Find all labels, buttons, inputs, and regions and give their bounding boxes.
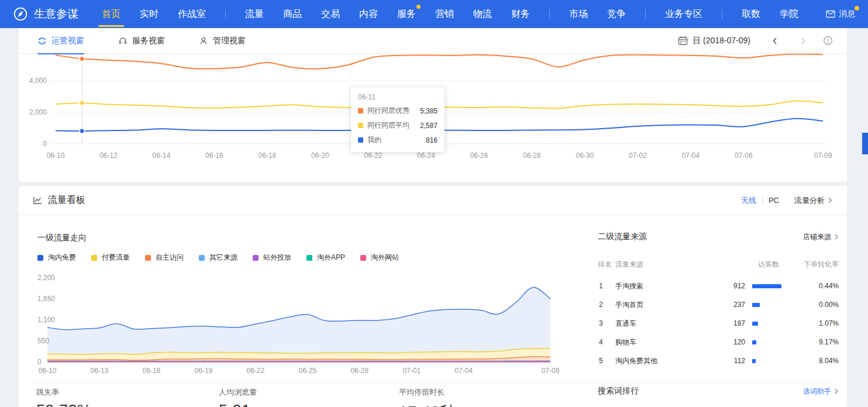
svg-text:06-28: 06-28: [350, 367, 368, 375]
svg-text:06-22: 06-22: [364, 151, 383, 160]
svg-text:06-22: 06-22: [247, 367, 265, 375]
date-picker[interactable]: 日 (2018-07-09): [693, 36, 750, 46]
nav-item-war-room[interactable]: 作战室: [178, 0, 206, 28]
svg-text:06-18: 06-18: [259, 151, 277, 160]
nav-item-traffic[interactable]: 流量: [245, 0, 264, 28]
source-panel-title: 二级流量来源: [598, 232, 647, 242]
svg-text:07-06: 07-06: [735, 151, 753, 160]
svg-text:06-26: 06-26: [470, 151, 488, 160]
first-level-traffic-title: 一级流量走向: [37, 233, 87, 243]
top-navbar: 生意参谋 首页 实时 作战室 流量 商品 交易 内容 服务 营销 物流 财务 市…: [0, 0, 868, 28]
main-nav: 首页 实时 作战室 流量 商品 交易 内容 服务 营销 物流 财务 市场 竞争 …: [102, 0, 815, 28]
legend-item[interactable]: 淘内免费: [37, 253, 76, 263]
nav-item-competition[interactable]: 竞争: [607, 0, 626, 28]
nav-item-finance[interactable]: 财务: [511, 0, 530, 28]
nav-item-home[interactable]: 首页: [102, 0, 120, 28]
toggle-wireless[interactable]: 无线: [741, 195, 756, 206]
svg-text:0: 0: [43, 140, 47, 148]
nav-item-logistics[interactable]: 物流: [473, 0, 492, 28]
legend-swatch: [253, 255, 259, 261]
board-title: 流量看板: [48, 194, 85, 206]
nav-item-service[interactable]: 服务: [397, 0, 416, 28]
visitors-bar: [752, 284, 781, 288]
date-granularity: 日: [693, 36, 701, 45]
person-icon: [199, 36, 208, 46]
tab-label: 管理视窗: [213, 36, 246, 46]
visitors-bar: [752, 303, 760, 307]
legend-item[interactable]: 站外投放: [253, 253, 291, 263]
svg-text:07-01: 07-01: [402, 367, 421, 375]
series-value: 816: [426, 136, 438, 144]
word-picker-link[interactable]: 选词助手: [803, 387, 839, 396]
nav-divider: [722, 9, 722, 19]
core-metric-trend-chart[interactable]: 02,0004,00006-1006-1206-1406-1606-1806-2…: [19, 54, 847, 181]
stat-pageviews-per-visitor: 人均浏览量 5.01: [219, 387, 257, 407]
series-label: 同行同层平均: [367, 120, 409, 130]
legend-swatch: [91, 255, 97, 261]
toggle-pc[interactable]: PC: [769, 196, 779, 205]
nav-item-realtime[interactable]: 实时: [140, 0, 159, 28]
svg-text:06-16: 06-16: [143, 367, 161, 375]
series-value: 2,587: [420, 122, 438, 130]
legend-item[interactable]: 淘外APP: [306, 253, 345, 263]
tab-operation-view[interactable]: 运营视窗: [37, 28, 84, 54]
scrollbar-thumb[interactable]: [862, 133, 868, 154]
date-controls: 日 (2018-07-09): [678, 36, 833, 46]
svg-text:06-25: 06-25: [298, 367, 316, 375]
divider: [33, 382, 833, 382]
series-swatch-average: [358, 123, 363, 128]
nav-item-trade[interactable]: 交易: [321, 0, 340, 28]
chart-tooltip: 06-11 同行同层优秀 5,385 同行同层平均 2,587 我的 816: [351, 87, 445, 152]
svg-text:07-04: 07-04: [681, 151, 700, 160]
page-scrollbar[interactable]: [861, 28, 868, 407]
shop-source-link[interactable]: 店铺来源: [803, 232, 839, 242]
nav-divider: [549, 9, 550, 19]
nav-item-market[interactable]: 市场: [569, 0, 588, 28]
nav-item-goods[interactable]: 商品: [283, 0, 302, 28]
search-rank-header: 搜索词排行 选词助手: [598, 386, 839, 396]
visitors-bar: [752, 340, 756, 344]
source-table-header: 排名 流量来源 访客数 下单转化率: [598, 260, 839, 270]
svg-text:06-12: 06-12: [99, 151, 118, 160]
prev-date-button[interactable]: [770, 36, 780, 46]
area-chart-legend: 淘内免费 付费流量 自主访问 其它来源 站外投放 淘外APP 淘外网站: [37, 253, 399, 263]
legend-item[interactable]: 自主访问: [145, 253, 184, 263]
series-value: 5,385: [420, 107, 438, 115]
svg-text:06-10: 06-10: [39, 367, 57, 375]
traffic-analysis-link[interactable]: 流量分析: [794, 195, 833, 206]
nav-item-data-fetch[interactable]: 取数: [742, 0, 760, 28]
first-level-traffic-area-chart[interactable]: 05501,1001,6502,20006-1006-1306-1606-190…: [37, 269, 564, 375]
calendar-icon[interactable]: [678, 36, 688, 46]
nav-divider: [645, 9, 646, 19]
legend-swatch: [360, 255, 366, 261]
nav-item-content[interactable]: 内容: [359, 0, 378, 28]
messages-button[interactable]: 消息: [826, 9, 855, 19]
legend-swatch: [199, 255, 205, 261]
nav-item-academy[interactable]: 学院: [780, 0, 798, 28]
nav-item-business-zone[interactable]: 业务专区: [665, 0, 702, 28]
legend-item[interactable]: 其它来源: [199, 253, 237, 263]
tooltip-row: 同行同层平均 2,587: [358, 120, 438, 130]
board-title-group: 流量看板: [33, 194, 85, 206]
svg-text:07-09: 07-09: [814, 151, 832, 160]
compass-logo-icon: [13, 6, 28, 22]
brand[interactable]: 生意参谋: [13, 6, 78, 22]
svg-text:550: 550: [37, 337, 49, 345]
next-date-button[interactable]: [798, 36, 808, 46]
info-icon[interactable]: [823, 36, 833, 46]
tab-management-view[interactable]: 管理视窗: [199, 28, 246, 54]
sync-icon: [37, 36, 47, 46]
legend-item[interactable]: 付费流量: [91, 253, 130, 263]
tab-service-view[interactable]: 服务视窗: [118, 28, 165, 54]
svg-text:06-14: 06-14: [153, 151, 171, 160]
chevron-right-icon: [828, 197, 833, 204]
svg-text:0: 0: [37, 358, 42, 366]
legend-item[interactable]: 淘外网站: [360, 253, 399, 263]
tooltip-date: 06-11: [358, 93, 438, 101]
chevron-right-icon: [834, 234, 839, 240]
legend-swatch: [145, 255, 151, 261]
source-table-row: 4 购物车 120 9.17%: [598, 336, 839, 349]
svg-text:1,650: 1,650: [37, 295, 55, 303]
board-header: 流量看板 无线 PC 流量分析: [19, 186, 847, 215]
nav-item-marketing[interactable]: 营销: [435, 0, 454, 28]
